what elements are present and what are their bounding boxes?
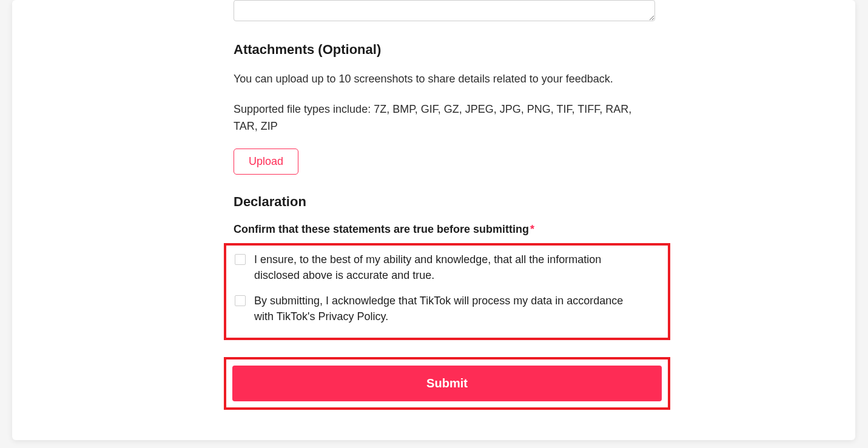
checkbox-row-accuracy: I ensure, to the best of my ability and …	[235, 252, 659, 283]
checkbox-accuracy[interactable]	[235, 254, 246, 265]
attachments-help-text-1: You can upload up to 10 screenshots to s…	[234, 71, 658, 88]
declaration-checkboxes-highlight: I ensure, to the best of my ability and …	[224, 243, 670, 340]
checkbox-row-privacy: By submitting, I acknowledge that TikTok…	[235, 293, 659, 324]
form-content: Attachments (Optional) You can upload up…	[234, 0, 658, 410]
declaration-heading: Declaration	[234, 194, 658, 210]
checkbox-accuracy-label: I ensure, to the best of my ability and …	[254, 252, 636, 283]
checkbox-privacy[interactable]	[235, 295, 246, 306]
submit-button-highlight: Submit	[224, 357, 670, 410]
submit-button[interactable]: Submit	[232, 366, 662, 401]
declaration-confirm-label: Confirm that these statements are true b…	[234, 223, 658, 236]
form-card: Attachments (Optional) You can upload up…	[12, 0, 855, 440]
upload-button[interactable]: Upload	[234, 149, 298, 175]
feedback-textarea[interactable]	[234, 0, 655, 21]
required-asterisk: *	[530, 223, 534, 235]
attachments-help-text-2: Supported file types include: 7Z, BMP, G…	[234, 101, 658, 135]
declaration-confirm-text: Confirm that these statements are true b…	[234, 223, 529, 235]
checkbox-privacy-label: By submitting, I acknowledge that TikTok…	[254, 293, 636, 324]
attachments-heading: Attachments (Optional)	[234, 42, 658, 58]
